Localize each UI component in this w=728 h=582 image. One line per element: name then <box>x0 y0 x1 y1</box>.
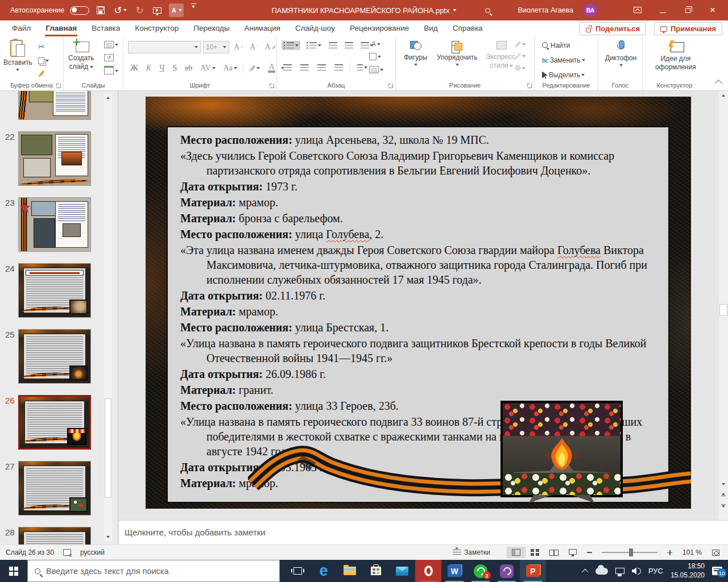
keyboard-language[interactable]: РУС <box>648 567 663 575</box>
slide-paragraph[interactable]: Дата открытия: 1973 г. <box>180 179 652 194</box>
strikethrough-button[interactable]: ab <box>183 63 195 74</box>
slide-paragraph[interactable]: «Здесь учились Герой Советского Союза Вл… <box>180 148 652 178</box>
clipboard-dialog-launcher[interactable] <box>56 84 61 88</box>
slide-paragraph[interactable]: Дата открытия: 26.09.1986 г. <box>180 367 652 381</box>
clear-formatting-button[interactable]: А <box>263 41 278 53</box>
section-button[interactable] <box>102 66 120 76</box>
search-input[interactable] <box>46 567 251 576</box>
align-left-button[interactable] <box>282 63 293 72</box>
taskbar-search[interactable] <box>27 560 280 582</box>
ribbon-display-options-button[interactable] <box>630 6 645 15</box>
slide-thumbnail-27[interactable] <box>18 461 91 516</box>
tab-animations[interactable]: Анимация <box>237 21 288 36</box>
layout-button[interactable] <box>102 40 120 49</box>
comments-button[interactable]: Примечания <box>654 22 722 35</box>
tab-transitions[interactable]: Переходы <box>186 21 237 36</box>
tab-design[interactable]: Конструктор <box>127 21 186 36</box>
fit-slide-button[interactable] <box>707 547 725 558</box>
panel-scroll-up-button[interactable] <box>104 93 112 102</box>
font-color-button[interactable]: А <box>266 63 278 74</box>
scrollbar-thumb[interactable] <box>719 304 727 316</box>
slide-paragraph[interactable]: Место расположения: улица Арсеньева, 32,… <box>180 132 652 147</box>
redo-button[interactable]: ↻ <box>134 3 146 17</box>
replace-button[interactable]: bcЗаменить <box>540 55 587 65</box>
edge-icon[interactable]: e <box>311 560 337 582</box>
convert-smartart-button[interactable] <box>367 65 385 74</box>
reset-slide-button[interactable]: ↺ <box>102 53 120 63</box>
slide-paragraph[interactable]: «Эта улица названа именем дважды Героя С… <box>180 243 652 287</box>
user-name[interactable]: Виолетта Агаева <box>518 6 573 14</box>
close-button[interactable]: × <box>705 5 720 16</box>
save-button[interactable] <box>95 3 106 17</box>
main-scrollbar[interactable] <box>719 91 728 520</box>
bullets-button[interactable] <box>282 41 300 50</box>
highlight-button[interactable] <box>247 64 262 73</box>
scroll-down-button[interactable] <box>719 480 728 489</box>
paste-button[interactable]: Вставить <box>3 39 32 71</box>
align-text-button[interactable] <box>367 52 385 61</box>
share-button[interactable]: Поделиться <box>579 22 646 35</box>
align-center-button[interactable] <box>299 63 311 72</box>
volume-icon[interactable] <box>632 568 641 575</box>
slide-counter[interactable]: Слайд 26 из 30 <box>6 548 54 556</box>
tab-view[interactable]: Вид <box>416 21 445 36</box>
grow-font-button[interactable]: А^ <box>231 41 245 53</box>
minimize-button[interactable] <box>655 6 670 15</box>
arrange-button[interactable]: Упорядочить <box>437 41 477 66</box>
panel-scrollbar-thumb[interactable] <box>105 398 111 498</box>
format-painter-button[interactable] <box>36 69 51 78</box>
slide-thumbnail-24[interactable] <box>18 263 91 318</box>
customize-qat-button[interactable] <box>189 3 198 17</box>
new-slide-button[interactable]: Создать слайд <box>68 39 94 71</box>
notes-placeholder[interactable]: Щелкните, чтобы добавить заметки <box>125 527 266 537</box>
st-george-ribbon-graphic[interactable] <box>248 438 691 509</box>
text-direction-button[interactable]: ↓A <box>367 40 385 48</box>
zoom-out-button[interactable] <box>582 550 597 555</box>
cut-button[interactable]: ✂ <box>36 41 51 52</box>
zoom-slider-thumb[interactable] <box>629 548 633 556</box>
whatsapp-icon[interactable]: 2 <box>468 560 494 582</box>
character-spacing-button[interactable]: AV <box>198 63 217 74</box>
mail-icon[interactable] <box>389 560 415 582</box>
slide-paragraph[interactable]: Место расположения: улица Голубева, 2. <box>180 227 652 242</box>
word-icon[interactable]: W <box>441 560 468 582</box>
search-icon[interactable] <box>485 8 490 13</box>
tab-insert[interactable]: Вставка <box>84 21 127 36</box>
design-ideas-button[interactable]: Идеи для оформления <box>655 40 696 72</box>
font-size-combobox[interactable]: 10+ <box>203 41 229 53</box>
text-shadow-button[interactable]: S <box>170 63 179 74</box>
change-case-button[interactable]: Aa <box>221 63 239 74</box>
tab-review[interactable]: Рецензирование <box>342 21 416 36</box>
tab-slideshow[interactable]: Слайд-шоу <box>288 21 342 36</box>
normal-view-button[interactable] <box>507 547 526 558</box>
copy-button[interactable] <box>36 56 51 65</box>
language-indicator[interactable]: русский <box>80 548 105 556</box>
undo-button[interactable]: ↺ <box>112 3 128 17</box>
start-button[interactable] <box>0 560 27 582</box>
eternal-flame-photo[interactable] <box>500 401 623 497</box>
viber-icon[interactable] <box>494 560 520 582</box>
tab-help[interactable]: Справка <box>445 21 490 36</box>
panel-scroll-down-button[interactable] <box>104 533 112 541</box>
slide-paragraph[interactable]: «Улица названа в память героического под… <box>180 336 652 365</box>
notification-center-icon[interactable]: 10 <box>712 567 722 575</box>
network-icon[interactable] <box>615 568 624 574</box>
drawing-dialog-launcher[interactable] <box>527 84 532 88</box>
next-slide-button[interactable] <box>719 501 728 510</box>
reading-view-button[interactable] <box>544 547 564 558</box>
shape-effects-button[interactable] <box>513 64 527 72</box>
zoom-slider[interactable] <box>602 552 657 552</box>
autosave-toggle[interactable] <box>70 6 89 15</box>
notes-pane[interactable]: Щелкните, чтобы добавить заметки <box>119 520 728 544</box>
slide-paragraph[interactable]: Материал: бронза с барельефом. <box>180 211 652 226</box>
spellcheck-icon[interactable] <box>63 549 71 556</box>
zoom-level[interactable]: 101 % <box>677 546 707 559</box>
align-right-button[interactable] <box>316 63 328 72</box>
slide-paragraph[interactable]: Материал: гранит. <box>180 383 652 397</box>
opera-icon[interactable] <box>415 560 441 582</box>
tab-file[interactable]: Файл <box>5 21 38 36</box>
slide-paragraph[interactable]: Материал: мрамор. <box>180 304 652 319</box>
avatar[interactable]: ВА <box>584 3 597 17</box>
slide-paragraph[interactable]: Дата открытия: 02.11.1976 г. <box>180 288 652 303</box>
slideshow-view-button[interactable] <box>564 547 582 558</box>
